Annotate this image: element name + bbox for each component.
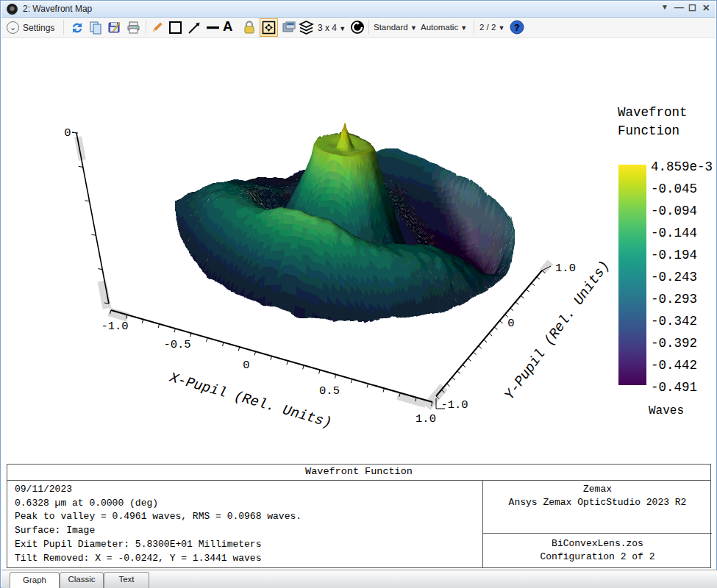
svg-text:4.859e-3: 4.859e-3 [651,159,713,174]
svg-text:-0.442: -0.442 [651,358,697,373]
svg-text:0: 0 [64,126,71,140]
svg-text:-0.094: -0.094 [651,204,697,218]
svg-text:0: 0 [507,317,514,330]
svg-text:-0.293: -0.293 [651,292,697,306]
svg-text:-0.194: -0.194 [651,248,697,262]
svg-text:0: 0 [243,359,249,372]
svg-text:-0.5: -0.5 [163,338,190,351]
svg-text:-0.243: -0.243 [651,270,697,284]
svg-text:Function: Function [618,123,679,138]
svg-text:1.0: 1.0 [415,412,436,426]
svg-text:-1.0: -1.0 [440,398,468,412]
svg-text:Waves: Waves [649,404,684,417]
svg-text:-1.0: -1.0 [101,320,128,333]
svg-text:Y-Pupil (Rel. Units): Y-Pupil (Rel. Units) [502,258,613,403]
svg-text:-0.342: -0.342 [651,314,697,329]
svg-text:X-Pupil (Rel. Units): X-Pupil (Rel. Units) [167,370,333,431]
svg-text:Wavefront: Wavefront [618,105,688,120]
svg-text:-0.144: -0.144 [651,226,697,240]
svg-text:-0.491: -0.491 [651,380,697,395]
svg-text:?: ? [514,23,520,34]
svg-text:-0.392: -0.392 [651,336,697,351]
svg-text:-0.045: -0.045 [651,182,697,196]
svg-text:0.5: 0.5 [319,384,340,398]
svg-text:1.0: 1.0 [555,262,576,275]
